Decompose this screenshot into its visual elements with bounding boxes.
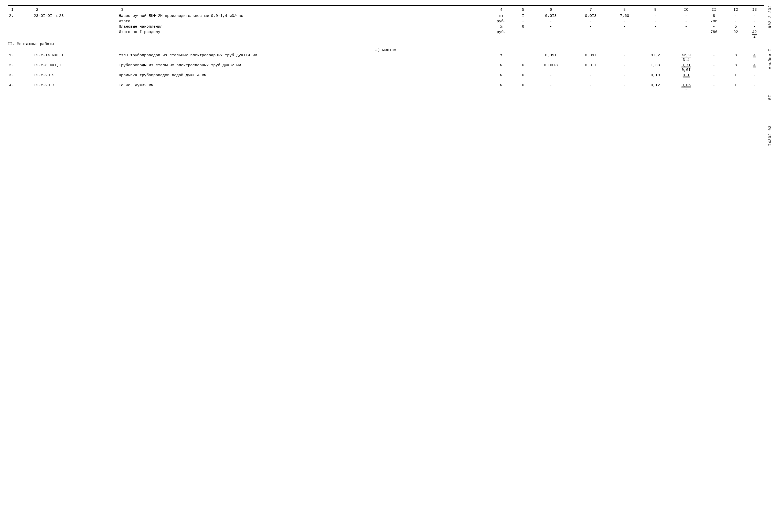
- row-code: [33, 24, 117, 30]
- row-col7: -: [572, 24, 609, 30]
- col13-header: I3: [745, 7, 764, 13]
- row-col6: -: [529, 83, 572, 93]
- row-code: I2-У-I4 к=I,I: [33, 53, 117, 63]
- row-col5: 6: [517, 63, 529, 73]
- row-col11: 786: [702, 19, 727, 24]
- row-col13: -: [745, 73, 764, 83]
- row-desc: Промывка трубопроводов водой Ду=II4 мм: [117, 73, 486, 83]
- row-col11: -: [702, 73, 727, 83]
- row-col9: -: [640, 19, 671, 24]
- row-col11: -: [702, 63, 727, 73]
- row-col8: -: [609, 19, 640, 24]
- col7-header: 7: [572, 7, 609, 13]
- row-col13: 4 -: [745, 63, 764, 73]
- row-col11: -: [702, 83, 727, 93]
- row-col8: -: [609, 53, 640, 63]
- row-col8: 7,60: [609, 13, 640, 19]
- row-unit: %: [486, 24, 517, 30]
- row-col9: -: [640, 24, 671, 30]
- row-unit: м: [486, 73, 517, 83]
- row-col12: I: [726, 83, 745, 93]
- row-col10: -: [671, 19, 701, 24]
- top-border: [8, 5, 764, 6]
- row-col6: 0,00I8: [529, 63, 572, 73]
- col6-header: 6: [529, 7, 572, 13]
- right-label-3: - 5I -: [768, 90, 772, 105]
- fraction-value: 0,06 -: [681, 83, 691, 92]
- col10-header: IO: [671, 7, 701, 13]
- row-col13: -: [745, 13, 764, 19]
- row-col13: -: [745, 24, 764, 30]
- right-labels: 902-2 232 Альбом I - 5I - I4302-03: [764, 5, 772, 146]
- row-unit: руб.: [486, 30, 517, 39]
- column-header-row: _I_ _2_ _3_ 4 5 6 7 8 9 IO II I2 I3: [8, 7, 764, 13]
- row-col5: [517, 30, 529, 39]
- row-col9: 0,I2: [640, 83, 671, 93]
- row-col9: 0,I9: [640, 73, 671, 83]
- row-num: 2.: [8, 63, 33, 73]
- row-unit: м: [486, 83, 517, 93]
- row-col8: -: [609, 83, 640, 93]
- row-col7: 0,09I: [572, 53, 609, 63]
- col3-header: _3_: [117, 7, 486, 13]
- row-col5: 6: [517, 73, 529, 83]
- row-col8: -: [609, 73, 640, 83]
- right-label-2: Альбом I: [768, 49, 772, 69]
- row-col5: -: [517, 19, 529, 24]
- row-col8: [609, 30, 640, 39]
- col11-header: II: [702, 7, 727, 13]
- col9-header: 9: [640, 7, 671, 13]
- row-desc: Насос ручной БКФ-2М производительностью …: [117, 13, 486, 19]
- section-header: II. Монтажные работы: [8, 39, 764, 47]
- row-col5: 6: [517, 83, 529, 93]
- col8-header: 8: [609, 7, 640, 13]
- row-col7: -: [572, 83, 609, 93]
- row-col10: 0,7I 0,0I: [671, 63, 701, 73]
- row-col13: -: [745, 19, 764, 24]
- row-col6: 0,OI3: [529, 13, 572, 19]
- table-row: 2. I2-У-8 К=I,I Трубопроводы из стальных…: [8, 63, 764, 73]
- fraction-value: 4 -: [753, 63, 756, 72]
- table-row: 1. I2-У-I4 к=I,I Узлы трубопроводов из с…: [8, 53, 764, 63]
- col1-header: _I_: [8, 7, 33, 13]
- row-code: [33, 19, 117, 24]
- row-unit: т: [486, 53, 517, 63]
- row-unit: руб.: [486, 19, 517, 24]
- col5-header: 5: [517, 7, 529, 13]
- main-content: _I_ _2_ _3_ 4 5 6 7 8 9 IO II I2 I3: [8, 5, 764, 146]
- table-row: 2. 23-OI-OI п.23 Насос ручной БКФ-2М про…: [8, 13, 764, 19]
- table-row: Плановые накопления % 6 - - - - - - 5 -: [8, 24, 764, 30]
- table-row: Итого по I разделу руб. 786 92 42 2: [8, 30, 764, 39]
- fraction-value: 0,7I 0,0I: [681, 63, 691, 72]
- col4-header: 4: [486, 7, 517, 13]
- table-row: 3. I2-У-20I9 Промывка трубопроводов водо…: [8, 73, 764, 83]
- row-label: Итого: [117, 19, 486, 24]
- row-label: Итого по I разделу: [117, 30, 486, 39]
- row-code: 23-OI-OI п.23: [33, 13, 117, 19]
- row-col8: -: [609, 63, 640, 73]
- row-desc: Трубопроводы из стальных электросварных …: [117, 63, 486, 73]
- right-label-1: 902-2 232: [768, 5, 772, 28]
- row-col6: -: [529, 73, 572, 83]
- row-col7: 0,0II: [572, 63, 609, 73]
- right-label-4: I4302-03: [768, 126, 772, 146]
- sub-section-header-row: а) монтаж: [8, 47, 764, 53]
- row-num: 2.: [8, 13, 33, 19]
- row-col11: 8: [702, 13, 727, 19]
- row-col13: -: [745, 83, 764, 93]
- row-col5: [517, 53, 529, 63]
- row-col10: [671, 30, 701, 39]
- row-col6: -: [529, 19, 572, 24]
- row-col6: -: [529, 24, 572, 30]
- row-col11: 786: [702, 30, 727, 39]
- row-desc: Узлы трубопроводов из стальных электросв…: [117, 53, 486, 63]
- row-col11: -: [702, 24, 727, 30]
- row-col12: I: [726, 73, 745, 83]
- row-label: Плановые накопления: [117, 24, 486, 30]
- row-unit: м: [486, 63, 517, 73]
- row-code: I2-У-20I7: [33, 83, 117, 93]
- row-col10: 42,9 3.4: [671, 53, 701, 63]
- fraction-value: 42,9 3.4: [681, 53, 691, 62]
- row-col10: -: [671, 24, 701, 30]
- row-col9: [640, 30, 671, 39]
